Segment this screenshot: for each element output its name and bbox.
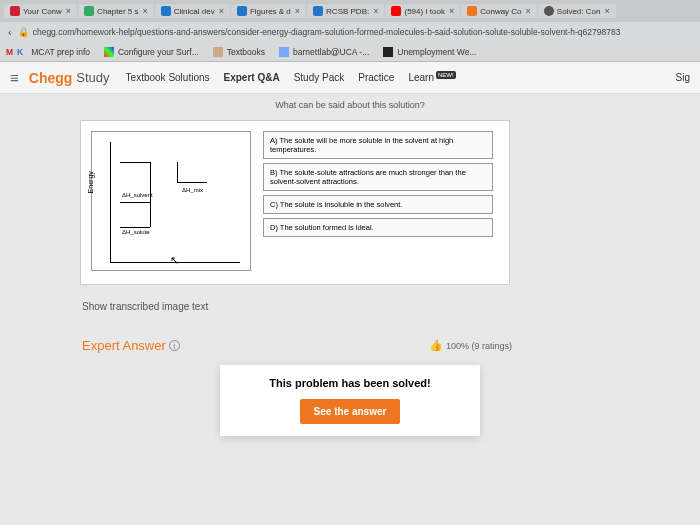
site-nav: ≡ Chegg Study Textbook Solutions Expert …	[0, 62, 700, 94]
tab-label: Clinical dev	[174, 7, 215, 16]
bookmark-icon	[279, 47, 289, 57]
tab-label: RCSB PDB:	[326, 7, 369, 16]
nav-study-pack[interactable]: Study Pack	[294, 72, 345, 83]
favicon-icon	[84, 6, 94, 16]
energy-level	[120, 162, 150, 163]
bookmark-item[interactable]: Textbooks	[213, 47, 265, 57]
tab-label: Chapter 5 s	[97, 7, 138, 16]
close-icon[interactable]: ×	[295, 6, 300, 16]
energy-level	[120, 202, 150, 203]
bookmark-label: Unemployment We...	[397, 47, 476, 57]
bookmark-label: MCAT prep info	[31, 47, 90, 57]
solved-card: This problem has been solved! See the an…	[220, 365, 480, 436]
browser-tab[interactable]: Figures & d×	[231, 4, 306, 18]
tab-label: Conway Co	[480, 7, 521, 16]
favicon-icon	[467, 6, 477, 16]
solved-text: This problem has been solved!	[232, 377, 468, 389]
info-icon[interactable]: i	[169, 340, 180, 351]
new-badge: NEW!	[436, 71, 456, 79]
nav-textbook-solutions[interactable]: Textbook Solutions	[126, 72, 210, 83]
y-axis-label: Energy	[87, 171, 94, 193]
option-d[interactable]: D) The solution formed is ideal.	[263, 218, 493, 237]
ratings[interactable]: 👍100% (9 ratings)	[429, 339, 512, 352]
browser-tab[interactable]: RCSB PDB:×	[307, 4, 384, 18]
axis-line	[110, 142, 111, 262]
bookmark-label: Configure your Surf...	[118, 47, 199, 57]
option-b[interactable]: B) The solute-solute attractions are muc…	[263, 163, 493, 191]
browser-tab[interactable]: Conway Co×	[461, 4, 537, 18]
question-box: Energy ΔH_solvent ΔH_mix ΔH_solute ↖ A) …	[80, 120, 510, 285]
option-c[interactable]: C) The solute is insoluble in the solven…	[263, 195, 493, 214]
favicon-icon	[10, 6, 20, 16]
bookmark-item[interactable]: barnettlab@UCA -...	[279, 47, 369, 57]
hamburger-icon[interactable]: ≡	[10, 69, 19, 86]
browser-tab[interactable]: Clinical dev×	[155, 4, 230, 18]
nav-practice[interactable]: Practice	[358, 72, 394, 83]
bookmark-icon: M	[6, 47, 13, 57]
browser-tab[interactable]: Your Conw×	[4, 4, 77, 18]
browser-tab-strip: Your Conw× Chapter 5 s× Clinical dev× Fi…	[0, 0, 700, 22]
thumbs-up-icon: 👍	[429, 339, 443, 352]
nav-learn[interactable]: LearnNEW!	[408, 72, 455, 83]
url-text: chegg.com/homework-help/questions-and-an…	[33, 27, 621, 37]
bookmark-icon	[104, 47, 114, 57]
browser-tab[interactable]: (594) I took×	[385, 4, 460, 18]
close-icon[interactable]: ×	[449, 6, 454, 16]
tab-label: (594) I took	[404, 7, 444, 16]
browser-tab[interactable]: Chapter 5 s×	[78, 4, 154, 18]
tab-label: Your Conw	[23, 7, 62, 16]
nav-learn-label: Learn	[408, 72, 434, 83]
show-transcribed-link[interactable]: Show transcribed image text	[82, 301, 680, 312]
favicon-icon	[313, 6, 323, 16]
bookmark-bar: M K MCAT prep info Configure your Surf..…	[0, 42, 700, 62]
reload-icon	[544, 6, 554, 16]
bookmark-icon	[213, 47, 223, 57]
nav-expert-qa[interactable]: Expert Q&A	[224, 72, 280, 83]
ratings-text: 100% (9 ratings)	[446, 341, 512, 351]
back-icon[interactable]: ‹	[8, 26, 12, 38]
close-icon[interactable]: ×	[142, 6, 147, 16]
close-icon[interactable]: ×	[604, 6, 609, 16]
address-bar[interactable]: ‹ 🔒 chegg.com/homework-help/questions-an…	[0, 22, 700, 42]
bookmark-item[interactable]: Configure your Surf...	[104, 47, 199, 57]
arrow-line	[177, 162, 178, 182]
energy-level	[177, 182, 207, 183]
close-icon[interactable]: ×	[526, 6, 531, 16]
delta-h-label: ΔH_solute	[122, 229, 150, 235]
arrow-line	[150, 202, 151, 227]
nav-right-text[interactable]: Sig	[676, 72, 690, 83]
see-answer-button[interactable]: See the answer	[300, 399, 401, 424]
question-subtitle: What can be said about this solution?	[20, 100, 680, 110]
bookmark-label: barnettlab@UCA -...	[293, 47, 369, 57]
delta-h-label: ΔH_mix	[182, 187, 203, 193]
expert-answer-heading: Expert Answer	[82, 338, 166, 353]
close-icon[interactable]: ×	[66, 6, 71, 16]
bookmark-item[interactable]: MCAT prep info	[31, 47, 90, 57]
favicon-icon	[161, 6, 171, 16]
favicon-icon	[391, 6, 401, 16]
bookmark-label: Textbooks	[227, 47, 265, 57]
logo[interactable]: Chegg	[29, 70, 73, 86]
bookmark-item[interactable]: Unemployment We...	[383, 47, 476, 57]
tab-label: Solved: Con	[557, 7, 601, 16]
close-icon[interactable]: ×	[373, 6, 378, 16]
tab-label: Figures & d	[250, 7, 291, 16]
energy-diagram: Energy ΔH_solvent ΔH_mix ΔH_solute ↖	[91, 131, 251, 271]
answer-section: Expert Answer i 👍100% (9 ratings)	[82, 338, 512, 353]
close-icon[interactable]: ×	[219, 6, 224, 16]
energy-level	[120, 227, 150, 228]
option-a[interactable]: A) The solute will be more soluble in th…	[263, 131, 493, 159]
bookmark-icon	[383, 47, 393, 57]
cursor-icon: ↖	[170, 254, 179, 267]
bookmark-icon: K	[17, 47, 23, 57]
browser-tab[interactable]: Solved: Con×	[538, 4, 616, 18]
favicon-icon	[237, 6, 247, 16]
main-content: What can be said about this solution? En…	[0, 94, 700, 525]
logo-subtitle: Study	[76, 70, 109, 85]
lock-icon: 🔒	[18, 27, 29, 37]
delta-h-label: ΔH_solvent	[122, 192, 153, 198]
answer-options: A) The solute will be more soluble in th…	[263, 131, 493, 274]
